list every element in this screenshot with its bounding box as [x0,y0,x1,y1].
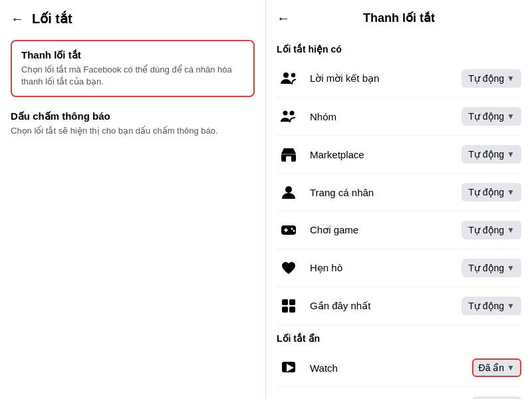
shortcut-name: Chơi game [310,224,358,236]
left-panel: ← Lối tắt Thanh lối tắt Chọn lối tắt mà … [0,0,266,399]
friends-icon [277,66,301,90]
shortcut-row-marketplace: Marketplace Tự động ▼ [277,136,521,174]
svg-point-12 [293,230,295,232]
shortcut-left: Chơi game [277,218,358,242]
svg-point-0 [283,72,289,78]
dropdown-label: Tự động [468,149,504,160]
groups-icon [277,104,301,128]
shortcut-name: Lời mời kết bạn [310,72,379,84]
dating-icon [277,256,301,280]
dau-cham-section[interactable]: Dấu chấm thông báo Chọn lối tắt sẽ hiện … [11,108,255,140]
svg-point-7 [285,186,292,193]
shortcut-left: Trang cá nhân [277,180,374,204]
chevron-down-icon: ▼ [507,188,515,197]
shortcut-name: Hẹn hò [310,262,342,274]
right-panel: ← Thanh lối tắt Lối tắt hiện có Lời mời … [266,0,532,399]
shortcut-left: Watch [277,356,338,380]
thanh-loi-tat-title: Thanh lối tắt [21,49,244,61]
chevron-down-icon: ▼ [507,263,515,273]
hidden-section-label: Lối tắt ẩn [277,333,521,344]
chevron-down-icon: ▼ [507,74,515,83]
friends-icon-2 [277,394,301,399]
dropdown-tu-dong-2[interactable]: Tự động ▼ [462,107,521,126]
svg-point-11 [291,228,293,230]
shortcut-left: Nhóm [277,104,336,128]
svg-rect-13 [282,299,288,305]
marketplace-icon [277,142,301,166]
dropdown-tu-dong-4[interactable]: Tự động ▼ [462,183,521,201]
chevron-down-icon: ▼ [507,301,515,311]
shortcut-row-friends-hidden: Lời mời kết bạn Đã ẩn ▼ [277,387,521,399]
dropdown-label: Đã ẩn [479,362,505,373]
dropdown-label: Tự động [468,187,504,198]
dau-cham-desc: Chọn lối tắt sẽ hiện thị cho bạn dấu chấ… [11,125,255,137]
visible-section-label: Lối tắt hiện có [277,44,521,55]
chevron-down-icon: ▼ [507,150,515,159]
shortcut-left: Lời mời kết bạn [277,394,379,399]
dropdown-label: Tự động [468,73,504,84]
shortcut-left: Marketplace [277,142,364,166]
dropdown-tu-dong-3[interactable]: Tự động ▼ [462,145,521,164]
shortcut-name: Nhóm [310,111,336,122]
shortcut-name: Watch [310,362,338,374]
svg-point-2 [283,111,288,116]
shortcut-name: Marketplace [310,149,364,160]
right-page-title: Thanh lối tắt [363,11,435,25]
dropdown-da-an-watch[interactable]: Đã ẩn ▼ [472,358,521,377]
right-back-button[interactable]: ← [277,11,290,26]
dropdown-tu-dong-1[interactable]: Tự động ▼ [462,69,521,88]
shortcut-row-recent: Gần đây nhất Tự động ▼ [277,287,521,325]
profile-icon [277,180,301,204]
dropdown-label: Tự động [468,111,504,122]
dropdown-da-an-friends[interactable]: Đã ẩn ▼ [472,396,521,399]
gaming-icon [277,218,301,242]
dropdown-label: Tự động [468,225,504,235]
shortcut-row-profile: Trang cá nhân Tự động ▼ [277,174,521,211]
shortcut-row-watch: Watch Đã ẩn ▼ [277,349,521,387]
dropdown-label: Tự động [468,301,504,311]
thanh-loi-tat-desc: Chọn lối tắt mà Facebook có thể dùng để … [21,64,244,88]
chevron-down-icon: ▼ [507,363,515,372]
svg-rect-5 [281,154,296,155]
dau-cham-title: Dấu chấm thông báo [11,110,255,122]
shortcut-name: Trang cá nhân [310,187,374,198]
chevron-down-icon: ▼ [507,225,515,235]
svg-point-3 [290,111,295,116]
right-header: ← Thanh lối tắt [266,0,532,33]
recent-icon [277,294,301,318]
dropdown-label: Tự động [468,263,504,273]
left-page-title: Lối tắt [32,11,72,27]
watch-icon [277,356,301,380]
shortcut-left: Gần đây nhất [277,294,370,318]
svg-rect-15 [282,307,288,313]
svg-rect-14 [289,299,295,305]
shortcut-row-dating: Hẹn hò Tự động ▼ [277,249,521,287]
thanh-loi-tat-card[interactable]: Thanh lối tắt Chọn lối tắt mà Facebook c… [11,40,255,97]
left-header: ← Lối tắt [0,0,265,35]
dropdown-tu-dong-6[interactable]: Tự động ▼ [462,259,521,277]
left-content: Thanh lối tắt Chọn lối tắt mà Facebook c… [0,35,265,156]
svg-point-1 [291,73,295,77]
svg-rect-6 [286,156,291,162]
dropdown-tu-dong-7[interactable]: Tự động ▼ [462,297,521,315]
shortcut-row-gaming: Chơi game Tự động ▼ [277,211,521,249]
svg-rect-10 [285,228,287,232]
shortcut-row-friends-visible: Lời mời kết bạn Tự động ▼ [277,60,521,98]
dropdown-tu-dong-5[interactable]: Tự động ▼ [462,221,521,239]
shortcut-row-groups: Nhóm Tự động ▼ [277,98,521,136]
svg-rect-16 [289,307,295,313]
chevron-down-icon: ▼ [507,112,515,121]
right-content: Lối tắt hiện có Lời mời kết bạn Tự động … [266,33,532,399]
shortcut-left: Hẹn hò [277,256,342,280]
shortcut-left: Lời mời kết bạn [277,66,379,90]
left-back-button[interactable]: ← [11,11,24,27]
shortcut-name: Gần đây nhất [310,300,370,312]
